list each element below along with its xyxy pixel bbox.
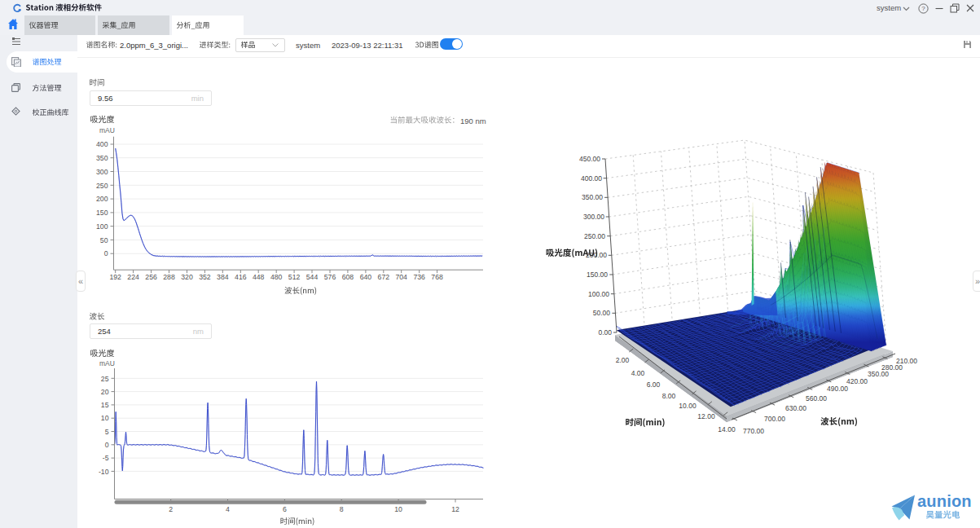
svg-text:210.00: 210.00 xyxy=(896,357,917,365)
svg-text:4: 4 xyxy=(226,505,230,513)
svg-text:192: 192 xyxy=(109,273,121,281)
svg-text:608: 608 xyxy=(342,273,354,281)
svg-text:2.00: 2.00 xyxy=(616,356,630,364)
svg-text:25: 25 xyxy=(101,375,109,383)
svg-text:560.00: 560.00 xyxy=(806,394,827,403)
svg-text:490.00: 490.00 xyxy=(827,385,848,393)
svg-text:4.00: 4.00 xyxy=(631,369,645,377)
svg-text:250.00: 250.00 xyxy=(584,232,605,240)
svg-text:2: 2 xyxy=(169,505,173,513)
svg-text:384: 384 xyxy=(217,273,229,281)
svg-text:400.00: 400.00 xyxy=(581,174,602,183)
svg-text:5: 5 xyxy=(105,428,109,436)
svg-text:14.00: 14.00 xyxy=(718,425,736,433)
svg-text:480: 480 xyxy=(270,273,283,281)
svg-text:50: 50 xyxy=(100,236,108,244)
svg-text:288: 288 xyxy=(163,273,175,281)
svg-text:736: 736 xyxy=(413,273,425,281)
svg-text:-10: -10 xyxy=(99,468,109,476)
svg-text:8: 8 xyxy=(340,505,344,513)
svg-text:250: 250 xyxy=(96,182,108,190)
svg-text:352: 352 xyxy=(199,273,211,281)
svg-text:150.00: 150.00 xyxy=(587,271,608,279)
svg-text:15: 15 xyxy=(101,401,109,409)
svg-text:768: 768 xyxy=(431,273,443,281)
svg-text:300.00: 300.00 xyxy=(583,213,604,221)
svg-text:0.00: 0.00 xyxy=(598,328,612,337)
svg-text:672: 672 xyxy=(378,273,390,281)
svg-text:700.00: 700.00 xyxy=(764,415,785,423)
svg-text:400: 400 xyxy=(96,140,108,148)
svg-text:6: 6 xyxy=(283,505,287,513)
svg-text:100: 100 xyxy=(96,222,108,231)
svg-text:350: 350 xyxy=(96,154,108,162)
svg-text:8.00: 8.00 xyxy=(662,392,676,400)
svg-text:50.00: 50.00 xyxy=(593,309,611,317)
svg-text:100.00: 100.00 xyxy=(588,290,609,298)
svg-text:630.00: 630.00 xyxy=(785,404,806,412)
svg-text:256: 256 xyxy=(145,273,157,281)
svg-text:704: 704 xyxy=(395,273,407,281)
svg-text:12.00: 12.00 xyxy=(697,412,715,420)
svg-text:224: 224 xyxy=(127,273,139,281)
svg-text:300: 300 xyxy=(96,168,108,176)
svg-text:10.00: 10.00 xyxy=(679,402,697,410)
svg-text:0: 0 xyxy=(104,249,108,257)
svg-text:0: 0 xyxy=(105,441,109,449)
svg-text:576: 576 xyxy=(324,273,336,281)
svg-text:10: 10 xyxy=(101,414,109,422)
svg-text:20: 20 xyxy=(101,388,109,396)
svg-text:544: 544 xyxy=(306,273,319,281)
svg-text:420.00: 420.00 xyxy=(846,377,868,385)
svg-text:450.00: 450.00 xyxy=(579,155,600,163)
svg-text:320: 320 xyxy=(181,273,193,281)
svg-text:150: 150 xyxy=(96,209,108,217)
svg-text:448: 448 xyxy=(253,273,265,281)
svg-text:12: 12 xyxy=(451,505,459,513)
svg-text:-5: -5 xyxy=(103,454,109,462)
svg-text:770.00: 770.00 xyxy=(743,427,764,435)
svg-text:350.00: 350.00 xyxy=(582,193,603,201)
svg-text:512: 512 xyxy=(288,273,301,281)
svg-text:200: 200 xyxy=(96,195,108,203)
svg-text:10: 10 xyxy=(394,505,402,513)
svg-text:640: 640 xyxy=(360,273,372,281)
svg-text:416: 416 xyxy=(235,273,247,281)
svg-text:6.00: 6.00 xyxy=(647,381,661,389)
